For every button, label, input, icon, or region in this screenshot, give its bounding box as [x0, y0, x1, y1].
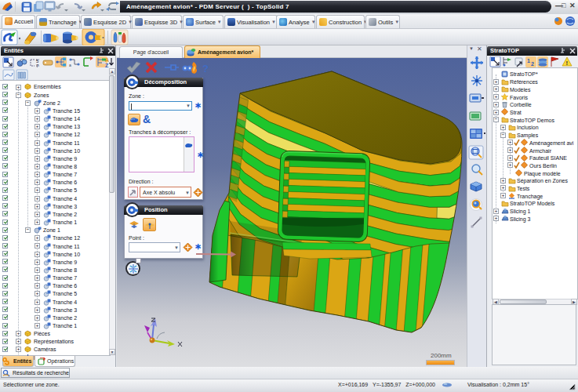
svg-text:!: ! — [566, 60, 569, 67]
svg-text:a: a — [69, 63, 71, 67]
svg-text:?: ? — [202, 63, 209, 74]
svg-text:&: & — [143, 113, 151, 125]
svg-text:Z: Z — [105, 63, 109, 68]
svg-text:1: 1 — [527, 58, 530, 64]
svg-text:2: 2 — [531, 61, 534, 67]
svg-text:A: A — [105, 57, 109, 63]
